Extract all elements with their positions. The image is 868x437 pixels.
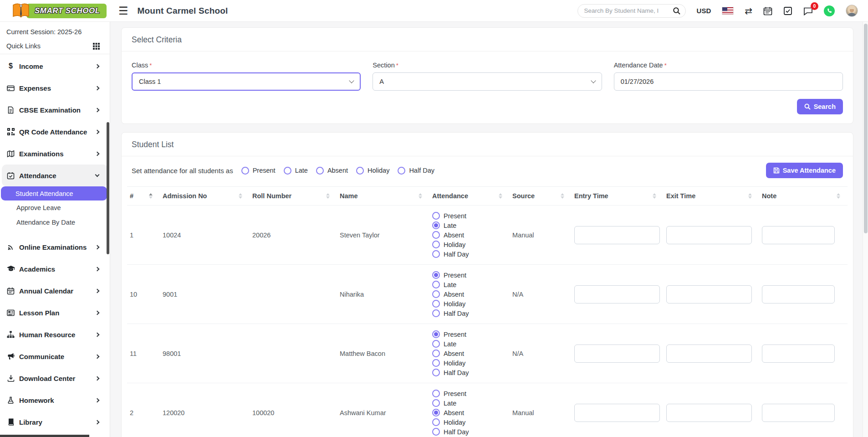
sidebar-item-expenses[interactable]: Expenses xyxy=(0,77,110,99)
col-header-source[interactable]: Source xyxy=(510,192,572,200)
entry-time-input[interactable] xyxy=(574,285,660,303)
bulk-radio-late[interactable]: Late xyxy=(284,167,308,175)
quick-links[interactable]: Quick Links xyxy=(0,38,110,54)
radio-holiday[interactable]: Holiday xyxy=(432,418,510,426)
sort-icon[interactable] xyxy=(748,193,752,199)
graduation-cap-icon xyxy=(6,265,15,272)
sidebar-item-annual-calendar[interactable]: Annual Calendar xyxy=(0,280,110,302)
note-input[interactable] xyxy=(762,344,835,363)
radio-absent[interactable]: Absent xyxy=(432,290,510,298)
us-flag-icon[interactable] xyxy=(722,7,734,15)
radio-late[interactable]: Late xyxy=(432,399,510,407)
radio-absent[interactable]: Absent xyxy=(432,409,510,416)
sort-icon[interactable] xyxy=(837,193,840,199)
whatsapp-icon[interactable] xyxy=(824,5,835,16)
sidebar-item-library[interactable]: Library xyxy=(0,411,110,433)
search-button[interactable]: Search xyxy=(797,99,843,114)
col-header-attendance[interactable]: Attendance xyxy=(429,192,510,200)
chevron-right-icon xyxy=(95,376,100,380)
radio-half-day[interactable]: Half Day xyxy=(432,369,510,376)
radio-absent[interactable]: Absent xyxy=(432,350,510,357)
bulk-radio-holiday[interactable]: Holiday xyxy=(356,167,389,175)
radio-holiday[interactable]: Holiday xyxy=(432,241,510,248)
exit-time-input[interactable] xyxy=(666,285,752,303)
radio-half-day[interactable]: Half Day xyxy=(432,309,510,317)
radio-half-day[interactable]: Half Day xyxy=(432,250,510,258)
sidebar-item-download-center[interactable]: Download Center xyxy=(0,367,110,389)
sidebar-item-academics[interactable]: Academics xyxy=(0,258,110,280)
swap-arrows-icon[interactable]: ⇄ xyxy=(745,6,752,15)
sidebar-item-attendance-by-date[interactable]: Attendance By Date xyxy=(0,215,110,230)
window-scrollbar[interactable] xyxy=(863,22,868,437)
attendance-date-input[interactable]: 01/27/2026 xyxy=(614,72,843,91)
sidebar-item-communicate[interactable]: Communicate xyxy=(0,345,110,367)
bulk-radio-present[interactable]: Present xyxy=(241,167,276,175)
entry-time-input[interactable] xyxy=(574,344,660,363)
radio-present[interactable]: Present xyxy=(432,330,510,338)
bulk-radio-half-day[interactable]: Half Day xyxy=(398,167,434,175)
sort-icon[interactable] xyxy=(239,193,242,199)
sidebar-item-online-examinations[interactable]: Online Examinations xyxy=(0,236,110,258)
radio-present[interactable]: Present xyxy=(432,390,510,397)
sidebar-item-examinations[interactable]: Examinations xyxy=(0,143,110,165)
col-header-entry-time[interactable]: Entry Time xyxy=(572,192,664,200)
sort-icon[interactable] xyxy=(653,193,656,199)
calendar-check-icon xyxy=(6,172,15,180)
radio-present[interactable]: Present xyxy=(432,271,510,279)
sort-icon[interactable] xyxy=(499,193,502,199)
sidebar-item-approve-leave[interactable]: Approve Leave xyxy=(0,201,110,215)
entry-time-input[interactable] xyxy=(574,226,660,244)
exit-time-input[interactable] xyxy=(666,404,752,422)
radio-present[interactable]: Present xyxy=(432,212,510,220)
note-input[interactable] xyxy=(762,404,835,422)
col-header-num[interactable]: # xyxy=(127,192,160,200)
chevron-right-icon xyxy=(95,354,100,359)
note-input[interactable] xyxy=(762,226,835,244)
sidebar-item-attendance[interactable]: Attendance xyxy=(2,165,108,186)
task-check-icon[interactable] xyxy=(783,6,792,15)
sidebar-item-qr-code-attendance[interactable]: QR Code Attendance xyxy=(0,121,110,143)
radio-icon xyxy=(432,418,440,426)
sidebar-item-cbse-examination[interactable]: CBSE Examination xyxy=(0,99,110,121)
col-header-name[interactable]: Name xyxy=(337,192,429,200)
section-select[interactable]: A xyxy=(373,72,602,91)
col-header-roll-number[interactable]: Roll Number xyxy=(250,192,337,200)
messages-icon[interactable]: 0 xyxy=(803,6,813,15)
sidebar-item-income[interactable]: $ Income xyxy=(0,55,110,77)
radio-holiday[interactable]: Holiday xyxy=(432,300,510,308)
radio-late[interactable]: Late xyxy=(432,221,510,229)
radio-half-day[interactable]: Half Day xyxy=(432,428,510,436)
sidebar-item-homework[interactable]: Homework xyxy=(0,389,110,411)
sort-icon[interactable] xyxy=(149,193,153,199)
sidebar-item-lesson-plan[interactable]: Lesson Plan xyxy=(0,302,110,324)
radio-late[interactable]: Late xyxy=(432,281,510,288)
hamburger-menu-icon[interactable]: ☰ xyxy=(118,5,128,16)
exit-time-input[interactable] xyxy=(666,344,752,363)
entry-time-input[interactable] xyxy=(574,404,660,422)
exit-time-input[interactable] xyxy=(666,226,752,244)
radio-absent[interactable]: Absent xyxy=(432,231,510,239)
bulk-radio-absent[interactable]: Absent xyxy=(316,167,348,175)
sort-icon[interactable] xyxy=(326,193,330,199)
sidebar-item-student-attendance[interactable]: Student Attendance xyxy=(1,186,107,201)
col-header-admission-no[interactable]: Admission No xyxy=(160,192,250,200)
sidebar-item-human-resource[interactable]: Human Resource xyxy=(0,324,110,345)
search-input[interactable] xyxy=(577,4,686,18)
note-input[interactable] xyxy=(762,285,835,303)
sort-icon[interactable] xyxy=(561,193,564,199)
save-attendance-button[interactable]: Save Attendance xyxy=(766,163,843,178)
radio-late[interactable]: Late xyxy=(432,340,510,348)
sidebar-scrollbar[interactable] xyxy=(107,122,109,254)
search-icon[interactable] xyxy=(673,7,681,15)
class-select[interactable]: Class 1 xyxy=(132,72,361,91)
sort-icon[interactable] xyxy=(419,193,422,199)
col-header-exit-time[interactable]: Exit Time xyxy=(664,192,759,200)
currency-label[interactable]: USD xyxy=(697,7,711,15)
calendar-icon[interactable] xyxy=(763,6,772,15)
smart-school-logo[interactable]: SMART SCHOOL xyxy=(0,2,110,20)
scrollbar-thumb[interactable] xyxy=(864,24,868,233)
user-avatar[interactable] xyxy=(846,5,858,17)
sidebar-horizontal-scrollbar[interactable] xyxy=(0,435,89,437)
col-header-note[interactable]: Note xyxy=(759,192,848,200)
radio-holiday[interactable]: Holiday xyxy=(432,359,510,367)
